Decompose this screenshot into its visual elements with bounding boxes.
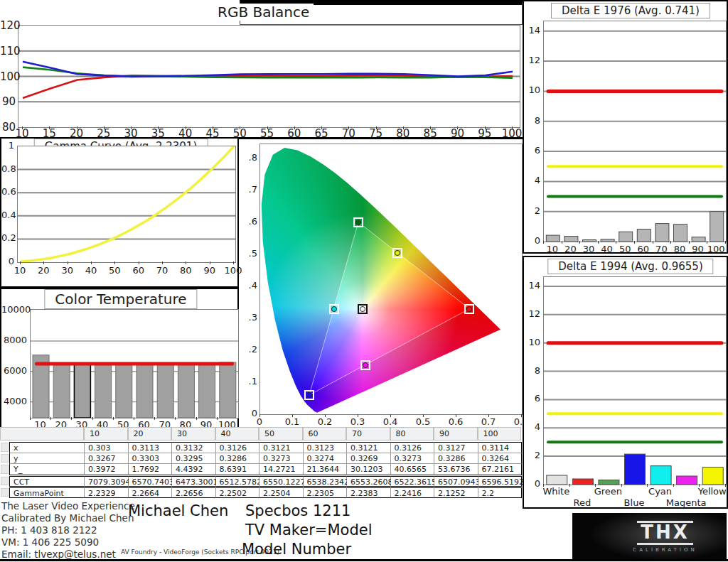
axis-tick	[233, 261, 234, 264]
axis-tick	[543, 241, 544, 244]
gamma-plot	[17, 146, 236, 263]
table-cell: 2.2305	[304, 487, 348, 499]
thx-logo: THX CALIBRATION	[633, 521, 697, 552]
axis-tick	[707, 241, 707, 244]
gamma-curve	[21, 146, 234, 261]
axis-tick	[595, 484, 596, 487]
contact-phone: PH: 1 403 818 2122	[1, 524, 97, 536]
table-cell: 0.3126	[391, 442, 435, 453]
table-cell: 6550.1227	[259, 476, 304, 487]
contact-vm: VM: 1 406 225 5090	[1, 536, 99, 548]
axis-label: 80	[0, 121, 16, 134]
bar	[619, 232, 633, 242]
thx-mark: THX	[637, 521, 693, 544]
bar	[220, 362, 236, 418]
axis-label: 2	[526, 450, 540, 460]
thx-caption-text: CALIBRATION	[633, 547, 697, 553]
axis-tick	[430, 126, 431, 129]
axis-tick	[20, 261, 21, 264]
axis-tick	[196, 417, 197, 420]
axis-label: 4000	[1, 396, 27, 406]
color-temp-title: Color Temperature	[44, 289, 197, 309]
ct-canvas	[31, 310, 238, 418]
table-cell: 0.3123	[304, 442, 348, 453]
axis-tick	[43, 261, 44, 264]
axis-label: .2	[243, 344, 257, 355]
axis-label: 0	[526, 478, 540, 489]
cie-point-red	[464, 304, 474, 314]
contact-calibrated-by: Calibrated By Michael Chen	[1, 512, 134, 524]
table-cell: 100	[478, 427, 522, 441]
axis-label: 30	[583, 244, 595, 254]
table-cell: 30.1203	[347, 464, 391, 475]
gamut-shade	[262, 148, 500, 413]
bar	[601, 239, 614, 242]
bar	[95, 364, 112, 418]
axis-label: 0.6	[1, 186, 14, 197]
axis-label: 100	[225, 265, 242, 276]
table-cell: CCT	[9, 476, 85, 487]
table-cell: 67.2161	[478, 464, 523, 475]
axis-label: 8	[526, 365, 540, 376]
bar	[637, 229, 651, 242]
table-cell: 0.3264	[478, 453, 523, 465]
bar	[546, 235, 560, 242]
axis-label: 90	[692, 244, 704, 254]
axis-label: 70	[156, 265, 168, 276]
bar	[625, 454, 646, 485]
axis-label: 0.3	[350, 416, 365, 427]
table-cell	[1, 465, 9, 474]
table-cell: 6538.2342	[304, 476, 348, 487]
axis-label: 0.1	[285, 416, 300, 427]
axis-label: .4	[243, 280, 257, 291]
table-cell	[1, 454, 9, 463]
axis-tick	[699, 484, 700, 487]
table-cell: 70	[346, 427, 390, 441]
table-cell: 8.6391	[216, 464, 260, 475]
axis-tick	[403, 126, 404, 129]
axis-tick	[321, 126, 322, 129]
axis-tick	[485, 126, 486, 129]
axis-tick	[689, 241, 690, 244]
table-cell: 7079.3094	[85, 476, 129, 487]
axis-tick	[30, 417, 31, 420]
bar	[74, 364, 90, 418]
bar	[136, 363, 153, 418]
bar	[157, 363, 173, 418]
axis-label: 40	[85, 265, 97, 276]
axis-label: 6	[526, 145, 540, 156]
axis-label: 110	[0, 45, 16, 58]
axis-tick	[50, 417, 51, 420]
table-cell: 6570.7403	[129, 476, 173, 487]
cie-point-cyan	[329, 304, 339, 314]
axis-tick	[634, 241, 635, 244]
delta-e-1976-panel: Delta E 1976 (Avg. 0.741) 02468101214102…	[523, 0, 728, 254]
table-cell: Y_	[9, 464, 85, 475]
axis-label: Yellow	[698, 486, 727, 497]
axis-label: 14	[526, 280, 540, 291]
axis-tick	[217, 417, 218, 420]
table-cell	[1, 443, 9, 452]
axis-tick	[423, 414, 424, 417]
axis-tick	[77, 126, 77, 129]
table-cell: 40.6565	[391, 464, 435, 475]
bar	[655, 224, 669, 242]
axis-tick	[240, 126, 240, 129]
bar	[199, 364, 215, 418]
axis-label: 50	[109, 265, 121, 276]
table-cell: 6473.3001	[172, 476, 216, 487]
axis-label: 6	[526, 393, 540, 404]
axis-label: 8	[526, 115, 540, 126]
series-red	[23, 75, 513, 98]
table-cell: 30	[171, 427, 215, 441]
axis-label: 60	[132, 265, 144, 276]
delta-e-1976-title: Delta E 1976 (Avg. 0.741)	[551, 3, 710, 18]
axis-tick	[348, 126, 349, 129]
table-cell: 14.2721	[259, 464, 304, 475]
table-cell: 0.3113	[129, 442, 173, 453]
axis-label: 0.8	[1, 163, 14, 174]
axis-tick	[162, 261, 163, 264]
axis-tick	[186, 126, 186, 129]
table-cell: 2.1252	[434, 487, 478, 499]
cie-dot-red	[466, 306, 472, 312]
